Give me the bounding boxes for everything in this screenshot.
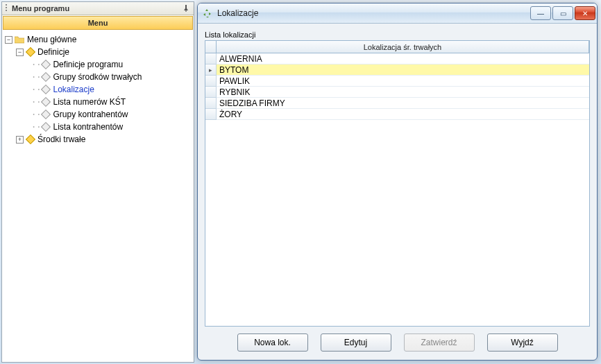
row-header: [205, 98, 217, 109]
diamond-icon: [41, 72, 51, 82]
new-button[interactable]: Nowa lok.: [237, 333, 308, 352]
panel-titlebar: Menu programu: [2, 2, 194, 15]
diamond-icon: [41, 85, 51, 94]
tree-label[interactable]: Lokalizacje: [53, 83, 94, 96]
row-header: ▸: [205, 64, 217, 76]
expander-icon[interactable]: −: [5, 36, 12, 44]
minimize-button[interactable]: —: [530, 6, 551, 20]
tree-connector: ··: [31, 96, 41, 108]
cell: SIEDZIBA FIRMY: [217, 98, 589, 109]
tree-connector: ··: [31, 71, 41, 83]
cell: PAWLIK: [217, 76, 589, 87]
tree-connector: ··: [31, 58, 41, 71]
tree-branch-definicje[interactable]: − Definicje: [3, 46, 192, 58]
window-titlebar[interactable]: Lokalizacje — ▭ ✕: [198, 3, 597, 24]
tree-leaf-lokalizacje[interactable]: ·· Lokalizacje: [3, 83, 192, 96]
menu-panel: Menu programu Menu − Menu główne − Defin…: [1, 1, 194, 363]
tree-label: Lista numerów KŚT: [53, 96, 126, 108]
tree-label: Lista kontrahentów: [53, 121, 123, 133]
grid-header: Lokalizacja śr. trwałych: [205, 41, 589, 53]
button-bar: Nowa lok. Edytuj Zatwierdź Wyjdź: [205, 327, 590, 354]
grid-corner: [205, 41, 217, 53]
row-header: [205, 109, 217, 120]
tree-connector: ··: [31, 121, 41, 133]
tree-leaf[interactable]: ·· Grupy kontrahentów: [3, 108, 192, 121]
diamond-icon: [41, 110, 51, 119]
tree-connector: ··: [31, 83, 41, 96]
tree-label: Grupy środków trwałych: [53, 71, 142, 83]
exit-button[interactable]: Wyjdź: [487, 333, 558, 352]
tree-leaf[interactable]: ·· Grupy środków trwałych: [3, 71, 192, 83]
cell: BYTOM: [217, 64, 589, 76]
tree-label: Grupy kontrahentów: [53, 108, 128, 121]
window-controls: — ▭ ✕: [530, 6, 597, 20]
cell: ALWERNIA: [217, 53, 589, 64]
edit-button[interactable]: Edytuj: [321, 333, 391, 352]
tree-connector: ··: [31, 108, 41, 121]
grip-icon: [5, 3, 9, 13]
row-header: [205, 87, 217, 98]
table-row[interactable]: SIEDZIBA FIRMY: [205, 98, 589, 109]
column-header[interactable]: Lokalizacja śr. trwałych: [217, 41, 589, 53]
svg-rect-0: [185, 10, 186, 12]
table-row[interactable]: RYBNIK: [205, 87, 589, 98]
grid: Lokalizacja śr. trwałych ALWERNIA▸BYTOMP…: [205, 40, 590, 327]
cell: RYBNIK: [217, 87, 589, 98]
tree-root[interactable]: − Menu główne: [3, 33, 192, 46]
table-row[interactable]: PAWLIK: [205, 76, 589, 87]
tree-label: Menu główne: [27, 33, 76, 46]
recycle-icon: [202, 8, 213, 19]
table-row[interactable]: ALWERNIA: [205, 53, 589, 64]
tree-branch-srodki[interactable]: + Środki trwałe: [3, 133, 192, 146]
expander-icon[interactable]: +: [16, 136, 24, 144]
maximize-button[interactable]: ▭: [552, 6, 573, 20]
tree-label: Definicje programu: [53, 58, 123, 71]
menu-header: Menu: [3, 16, 193, 30]
tree-label: Definicje: [37, 46, 69, 58]
window-lokalizacje: Lokalizacje — ▭ ✕ Lista lokalizacji Loka…: [197, 3, 598, 361]
grid-body[interactable]: ALWERNIA▸BYTOMPAWLIKRYBNIKSIEDZIBA FIRMY…: [205, 53, 589, 326]
row-header: [205, 53, 217, 64]
desktop: Menu programu Menu − Menu główne − Defin…: [0, 0, 601, 364]
tree: − Menu główne − Definicje ·· Definicje p…: [2, 31, 194, 148]
cell: ŻORY: [217, 109, 589, 120]
diamond-icon: [41, 122, 51, 132]
expander-icon[interactable]: −: [16, 49, 24, 56]
tree-leaf[interactable]: ·· Lista numerów KŚT: [3, 96, 192, 108]
ok-button: Zatwierdź: [404, 333, 475, 352]
tree-leaf[interactable]: ·· Lista kontrahentów: [3, 121, 192, 133]
row-header: [205, 76, 217, 87]
pin-icon[interactable]: [181, 3, 191, 13]
window-title: Lokalizacje: [217, 8, 258, 18]
diamond-icon: [41, 60, 51, 69]
diamond-icon: [26, 135, 35, 144]
window-client: Lista lokalizacji Lokalizacja śr. trwały…: [198, 24, 597, 360]
folder-icon: [15, 35, 24, 44]
table-row[interactable]: ▸BYTOM: [205, 64, 589, 76]
table-row[interactable]: ŻORY: [205, 109, 589, 120]
tree-leaf[interactable]: ·· Definicje programu: [3, 58, 192, 71]
tree-label: Środki trwałe: [37, 133, 85, 146]
list-label: Lista lokalizacji: [205, 31, 590, 39]
diamond-icon: [41, 97, 51, 107]
panel-title: Menu programu: [12, 4, 69, 12]
diamond-icon: [26, 47, 35, 57]
close-button[interactable]: ✕: [575, 6, 595, 20]
